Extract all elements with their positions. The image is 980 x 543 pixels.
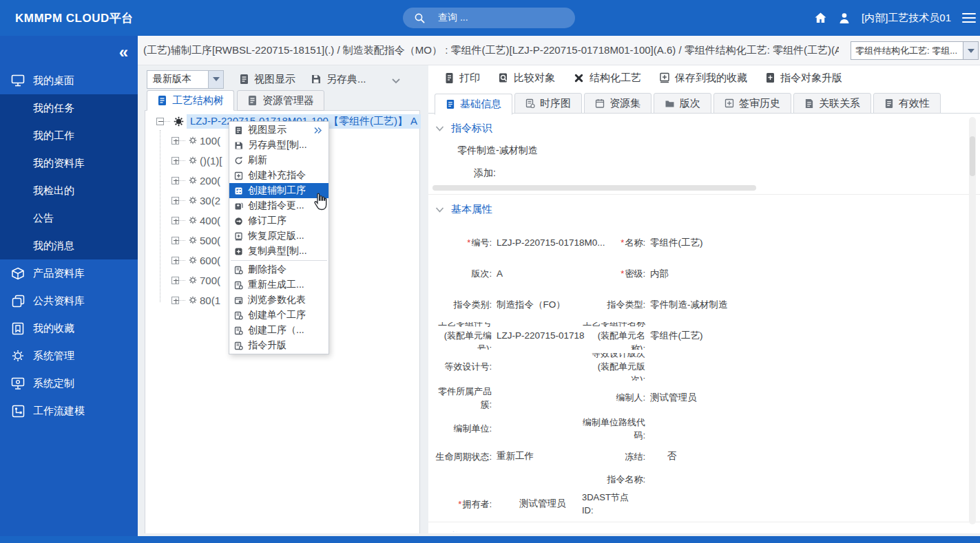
sidebar-item-system-admin[interactable]: 系统管理: [0, 342, 138, 370]
view-icon: [233, 126, 243, 135]
tree-node[interactable]: 600(: [171, 253, 220, 268]
scrollbar-thumb[interactable]: [970, 136, 975, 176]
sidebar-item-my-library[interactable]: 我的资料库: [0, 149, 138, 177]
save-as-typical-button[interactable]: 另存典...: [311, 73, 366, 86]
collapse-node-icon[interactable]: [156, 118, 164, 125]
basic-info-icon: [446, 99, 455, 109]
submenu-arrow-icon: [313, 127, 323, 134]
create-process-icon: [233, 326, 243, 335]
view-display-button[interactable]: 视图显示: [239, 73, 295, 86]
sidebar-item-system-custom[interactable]: 系统定制: [0, 370, 138, 397]
order-object-upgrade-button[interactable]: 指令对象升版: [765, 72, 842, 85]
sidebar-item-announcements[interactable]: 公告: [0, 204, 138, 232]
field-label: 指令类别:: [453, 299, 492, 310]
form-row: 版次:A *密级:内部: [428, 258, 980, 289]
layers-icon: [10, 295, 25, 308]
global-search[interactable]: 查询 ...: [403, 8, 575, 28]
sidebar-item-my-checkouts[interactable]: 我检出的: [0, 177, 138, 204]
sidebar-item-my-desktop[interactable]: 我的桌面: [0, 67, 138, 94]
form-row: *编号:LZJ-P-220715-01718M0... *名称:零组件(工艺): [428, 227, 980, 258]
menu-item-restore-original-version[interactable]: 恢复原定版...: [229, 228, 329, 244]
expand-node-icon[interactable]: [171, 177, 179, 184]
tab-effectivity[interactable]: 有效性: [873, 93, 941, 114]
sidebar-collapse-icon[interactable]: «: [119, 43, 128, 62]
menu-item-delete-order[interactable]: 删除指令: [229, 262, 329, 277]
tree-node[interactable]: 30(2: [171, 193, 220, 208]
tree-node[interactable]: 500(: [171, 233, 220, 248]
menu-item-save-as-typical[interactable]: 另存典型[制...: [229, 138, 329, 153]
expand-node-icon[interactable]: [171, 137, 179, 145]
tab-relationships[interactable]: 关联关系: [793, 93, 871, 114]
tab-timing-diagram[interactable]: 时序图: [514, 93, 582, 114]
expand-node-icon[interactable]: [171, 257, 179, 264]
structured-process-button[interactable]: 结构化工艺: [573, 72, 641, 85]
menu-item-revise-process[interactable]: 修订工序: [229, 213, 329, 228]
operation-gear-icon: [188, 255, 198, 265]
form-row: 等效设计号: 等效设计版次 (装配单元版 次):: [428, 351, 980, 382]
expand-node-icon[interactable]: [171, 277, 179, 284]
vertical-scrollbar[interactable]: [969, 117, 976, 524]
structured-process-icon: [573, 72, 585, 84]
horizontal-scrollbar[interactable]: [432, 185, 756, 191]
menu-item-regenerate-process[interactable]: 重新生成工...: [229, 277, 329, 292]
print-button[interactable]: 打印: [444, 72, 480, 85]
tab-resource-manager[interactable]: 资源管理器: [237, 90, 324, 111]
operation-gear-icon: [188, 215, 198, 225]
context-selector[interactable]: 零组件结构化工艺: 零组...: [851, 41, 979, 60]
tree-node[interactable]: 400(: [171, 213, 220, 228]
menu-item-refresh[interactable]: 刷新: [229, 153, 329, 168]
sidebar-item-my-work[interactable]: 我的工作: [0, 122, 138, 149]
detail-panel: 打印 比较对象 结构化工艺 保存到我的收藏 指令对象升版 基础信息: [428, 65, 980, 534]
expand-node-icon[interactable]: [171, 157, 179, 164]
sidebar-item-product-library[interactable]: 产品资料库: [0, 259, 138, 287]
tree-node[interactable]: 80(1: [171, 292, 220, 308]
sidebar-item-workflow-modeling[interactable]: 工作流建模: [0, 397, 138, 425]
sidebar-item-my-tasks[interactable]: 我的任务: [0, 94, 138, 122]
menu-item-create-process[interactable]: 创建工序（...: [229, 323, 329, 338]
relationship-icon: [804, 98, 814, 109]
tree-node[interactable]: ()(1)[: [171, 153, 222, 168]
menu-icon[interactable]: [962, 13, 976, 23]
section-version-change-notes[interactable]: 换版说明: [428, 522, 980, 532]
compare-objects-button[interactable]: 比较对象: [498, 72, 555, 85]
section-basic-attributes[interactable]: 基本属性: [428, 195, 980, 220]
tab-resource-set[interactable]: 资源集: [584, 93, 651, 114]
sidebar-item-my-messages[interactable]: 我的消息: [0, 232, 138, 259]
section-order-identity[interactable]: 指令标识: [428, 114, 980, 139]
tab-versions[interactable]: 版次: [654, 93, 711, 114]
view-icon: [239, 74, 249, 85]
menu-item-copy-typical[interactable]: 复制典型[制...: [229, 244, 329, 259]
expand-node-icon[interactable]: [171, 217, 179, 224]
tree-toolbar: 最新版本 视图显示 另存典...: [147, 70, 420, 89]
menu-item-browse-parameter-table[interactable]: 浏览参数化表: [229, 292, 329, 308]
detail-tabs: 基础信息 时序图 资源集 版次 签审历史 关联关系: [428, 93, 980, 114]
menu-item-create-supplement-order[interactable]: 创建补充指令: [229, 168, 329, 183]
chevron-down-icon[interactable]: [208, 71, 223, 88]
operation-gear-icon: [188, 175, 198, 185]
current-user-label[interactable]: [内部]工艺技术员01: [862, 12, 951, 25]
menu-item-create-single-process[interactable]: 创建单个工序: [229, 308, 329, 323]
toolbar-expand-chevron-icon[interactable]: [389, 74, 403, 87]
version-select[interactable]: 最新版本: [147, 70, 224, 89]
sidebar-item-public-library[interactable]: 公共资料库: [0, 287, 138, 315]
breadcrumb[interactable]: (工艺)辅制工序[RWBSL-220715-18151](.) / 制造装配指令…: [143, 44, 839, 57]
field-label: 工艺零组件名称 (装配单元名 称):: [583, 322, 645, 350]
chevron-down-icon[interactable]: [963, 42, 978, 59]
sidebar-item-my-favorites[interactable]: 我的收藏: [0, 315, 138, 342]
menu-item-order-upgrade[interactable]: 指令升版: [229, 338, 329, 353]
expand-node-icon[interactable]: [171, 197, 179, 204]
tab-basic-info[interactable]: 基础信息: [435, 94, 512, 115]
tab-process-structure-tree[interactable]: 工艺结构树: [147, 90, 234, 111]
field-label: 密级:: [625, 268, 645, 279]
expand-node-icon[interactable]: [171, 237, 179, 244]
tab-approval-history[interactable]: 签审历史: [713, 93, 791, 114]
tree-node[interactable]: 200(: [171, 173, 220, 188]
expand-node-icon[interactable]: [171, 297, 179, 304]
document-icon: [247, 95, 258, 106]
tree-node[interactable]: 700(: [171, 273, 220, 288]
menu-item-view-display[interactable]: 视图显示: [229, 123, 329, 138]
user-icon[interactable]: [838, 12, 851, 24]
home-icon[interactable]: [814, 12, 827, 24]
tree-node[interactable]: 100(: [171, 133, 220, 148]
save-to-favorites-button[interactable]: 保存到我的收藏: [659, 72, 747, 85]
